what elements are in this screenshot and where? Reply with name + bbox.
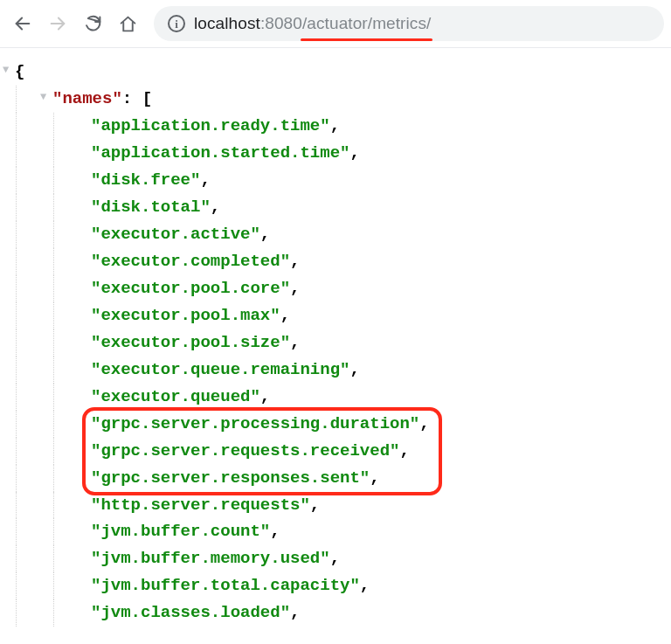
json-string: "jvm.classes.loaded": [91, 603, 290, 622]
json-comma: ,: [200, 170, 210, 190]
json-comma: ,: [399, 441, 409, 460]
json-string: "grpc.server.requests.received": [91, 441, 399, 460]
json-string: "application.started.time": [91, 143, 349, 163]
json-string: "executor.pool.core": [91, 279, 290, 298]
json-viewer: ▼{ ▼"names": [ "application.ready.time",…: [0, 48, 671, 627]
json-string: "grpc.server.responses.sent": [91, 468, 370, 488]
json-array-item: "http.server.requests",: [16, 492, 671, 519]
json-array-item: "executor.completed",: [16, 248, 671, 275]
json-array-item: "grpc.server.processing.duration",: [16, 411, 671, 438]
json-comma: ,: [290, 333, 300, 352]
json-comma: ,: [349, 143, 359, 163]
json-string: "disk.total": [91, 197, 211, 217]
json-key-names[interactable]: ▼"names": [: [16, 86, 671, 113]
json-string: "jvm.buffer.memory.used": [91, 549, 330, 568]
json-array-item: "jvm.buffer.total.capacity",: [16, 572, 671, 599]
home-button[interactable]: [112, 8, 143, 39]
json-comma: ,: [349, 360, 359, 379]
json-comma: ,: [290, 279, 300, 298]
json-string: "executor.pool.size": [91, 333, 290, 352]
json-array-item: "executor.queue.remaining",: [16, 357, 671, 384]
json-array-item: "disk.total",: [16, 194, 671, 221]
url-path: /actuator/metrics/: [302, 14, 432, 32]
json-comma: ,: [360, 576, 370, 595]
json-string: "executor.active": [91, 225, 260, 244]
json-comma: ,: [260, 387, 270, 406]
json-bracket: : [: [122, 89, 152, 108]
reload-button[interactable]: [77, 8, 108, 39]
url-host: localhost: [194, 14, 260, 32]
json-string: "executor.queued": [91, 387, 260, 406]
json-string: "jvm.buffer.total.capacity": [91, 576, 360, 595]
json-string: "application.ready.time": [91, 116, 330, 135]
json-array-item: "executor.pool.size",: [16, 329, 671, 357]
json-string: "executor.pool.max": [91, 306, 280, 325]
json-comma: ,: [310, 495, 320, 515]
chevron-down-icon[interactable]: ▼: [3, 62, 15, 80]
json-array-item: "executor.active",: [16, 221, 671, 248]
url-text: localhost:8080/actuator/metrics/: [194, 14, 431, 33]
json-comma: ,: [419, 414, 429, 433]
json-array-item: "application.started.time",: [16, 140, 671, 167]
forward-button[interactable]: [42, 8, 73, 39]
info-icon[interactable]: i: [168, 15, 185, 32]
json-string: "executor.completed": [91, 252, 290, 271]
json-array-item: "executor.pool.core",: [16, 275, 671, 302]
json-comma: ,: [270, 522, 280, 541]
json-array-item: "executor.pool.max",: [16, 302, 671, 329]
json-array-item: "application.ready.time",: [16, 113, 671, 140]
json-array-item: "grpc.server.responses.sent",: [16, 465, 671, 492]
json-brace: {: [15, 62, 24, 81]
json-comma: ,: [280, 306, 290, 325]
json-array-item: "jvm.classes.loaded",: [16, 599, 671, 627]
json-string: "disk.free": [91, 170, 200, 190]
back-button[interactable]: [7, 8, 38, 39]
json-array-item: "disk.free",: [16, 167, 671, 194]
json-array-item: "executor.queued",: [16, 384, 671, 411]
address-bar[interactable]: i localhost:8080/actuator/metrics/: [154, 6, 664, 41]
json-string: "executor.queue.remaining": [91, 360, 349, 379]
json-string: "grpc.server.processing.duration": [91, 414, 419, 433]
url-port: :8080: [260, 14, 302, 32]
json-array-item: "grpc.server.requests.received",: [16, 438, 671, 465]
json-comma: ,: [330, 116, 340, 135]
chevron-down-icon[interactable]: ▼: [40, 89, 52, 107]
browser-toolbar: i localhost:8080/actuator/metrics/: [0, 0, 671, 47]
json-comma: ,: [211, 197, 220, 217]
json-comma: ,: [290, 603, 300, 622]
json-comma: ,: [260, 225, 270, 244]
json-array-item: "jvm.buffer.count",: [16, 518, 671, 545]
json-array-items: "application.ready.time","application.st…: [16, 113, 671, 627]
page-content: ▼{ ▼"names": [ "application.ready.time",…: [0, 48, 671, 627]
json-key: "names": [52, 89, 122, 108]
json-string: "http.server.requests": [91, 495, 310, 515]
json-root-open[interactable]: ▼{: [16, 59, 671, 86]
json-comma: ,: [290, 252, 300, 271]
json-array-item: "jvm.buffer.memory.used",: [16, 545, 671, 572]
json-comma: ,: [330, 549, 340, 568]
json-comma: ,: [370, 468, 379, 488]
json-string: "jvm.buffer.count": [91, 522, 270, 541]
